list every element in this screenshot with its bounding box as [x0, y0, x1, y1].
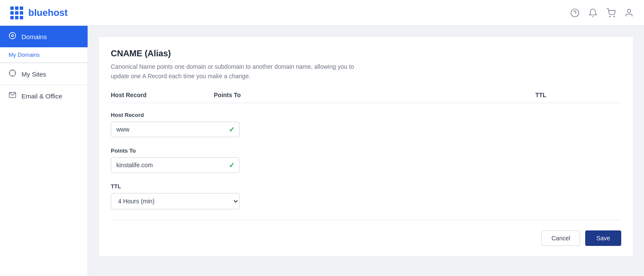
layout: Domains My Domains My Sites Email & Offi… — [0, 26, 644, 276]
host-record-label: Host Record — [111, 112, 621, 118]
mail-icon — [9, 91, 16, 101]
card-footer: Cancel Save — [111, 220, 621, 246]
svg-point-0 — [571, 9, 579, 16]
cname-card: CNAME (Alias) Canonical Name points one … — [98, 36, 634, 257]
host-record-check-icon: ✓ — [229, 125, 234, 133]
host-record-input[interactable] — [111, 122, 240, 137]
help-icon[interactable] — [570, 8, 580, 18]
sidebar-item-email-office[interactable]: Email & Office — [0, 85, 88, 107]
wordpress-icon — [9, 69, 16, 79]
sidebar-my-sites-label: My Sites — [21, 71, 46, 78]
points-to-group: Points To ✓ — [111, 147, 621, 173]
compass-icon — [9, 32, 16, 41]
navbar-icons — [570, 8, 634, 18]
svg-point-5 — [9, 33, 16, 39]
logo-text: bluehost — [28, 7, 68, 18]
logo-grid-icon — [10, 6, 23, 19]
card-description: Canonical Name points one domain or subd… — [111, 62, 368, 81]
svg-point-4 — [627, 9, 630, 12]
th-ttl: TTL — [535, 92, 621, 98]
navbar: bluehost — [0, 0, 644, 26]
sidebar-item-my-sites[interactable]: My Sites — [0, 63, 88, 85]
cancel-button[interactable]: Cancel — [541, 230, 580, 246]
svg-point-3 — [614, 16, 614, 17]
sidebar-active-label: Domains — [21, 33, 47, 40]
ttl-group: TTL 4 Hours (min) 1 Hour 2 Hours 8 Hours… — [111, 183, 621, 209]
sidebar-item-domains[interactable]: Domains — [0, 26, 88, 47]
points-to-input[interactable] — [111, 157, 240, 173]
points-to-label: Points To — [111, 147, 621, 154]
ttl-select[interactable]: 4 Hours (min) 1 Hour 2 Hours 8 Hours 12 … — [111, 193, 240, 209]
host-record-group: Host Record ✓ — [111, 112, 621, 137]
bell-icon[interactable] — [588, 8, 598, 18]
sidebar-email-office-label: Email & Office — [21, 92, 62, 100]
ttl-label: TTL — [111, 183, 621, 190]
card-title: CNAME (Alias) — [111, 49, 621, 58]
main-content: CNAME (Alias) Canonical Name points one … — [88, 26, 644, 276]
th-host-record: Host Record — [111, 92, 214, 98]
svg-point-2 — [609, 16, 610, 17]
table-headers: Host Record Points To TTL — [111, 92, 621, 103]
user-icon[interactable] — [624, 8, 634, 18]
svg-point-6 — [12, 35, 14, 37]
sidebar: Domains My Domains My Sites Email & Offi… — [0, 26, 88, 276]
points-to-check-icon: ✓ — [229, 161, 234, 169]
host-record-wrapper: ✓ — [111, 122, 240, 137]
sidebar-sub-my-domains[interactable]: My Domains — [0, 47, 88, 63]
points-to-wrapper: ✓ — [111, 157, 240, 173]
cart-icon[interactable] — [606, 8, 616, 18]
th-points-to: Points To — [214, 92, 535, 98]
save-button[interactable]: Save — [585, 230, 621, 246]
navbar-left: bluehost — [10, 6, 68, 19]
